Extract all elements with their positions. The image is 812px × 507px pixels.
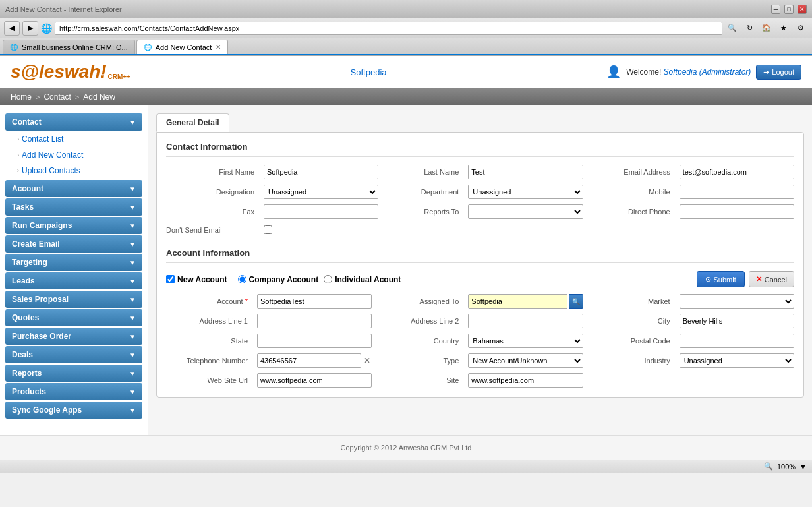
breadcrumb-contact[interactable]: Contact: [44, 92, 71, 102]
favorites-icon[interactable]: ★: [776, 21, 791, 36]
type-select-wrap: New Account/Unknown Prospect Customer: [468, 353, 583, 368]
account-input[interactable]: [257, 294, 372, 309]
sidebar-header-targeting[interactable]: Targeting ▼: [5, 254, 142, 271]
nav-bar: ◀ ▶ 🌐 🔍 ↻ 🏠 ★ ⚙: [0, 18, 812, 38]
close-button[interactable]: ✕: [798, 5, 807, 14]
reports-to-select[interactable]: [468, 204, 583, 219]
postal-code-input[interactable]: [680, 334, 794, 348]
action-buttons: ⊙ Submit ✕ Cancel: [697, 271, 795, 287]
first-name-input[interactable]: [264, 165, 378, 179]
sidebar-item-contact-list[interactable]: › Contact List: [5, 131, 142, 147]
department-select[interactable]: Unassigned Sales Marketing: [468, 185, 583, 199]
telephone-input[interactable]: [257, 353, 361, 368]
website-input[interactable]: [257, 373, 372, 388]
sidebar-header-run-campaigns[interactable]: Run Campaigns ▼: [5, 217, 142, 234]
sidebar-header-contact[interactable]: Contact ▼: [5, 113, 142, 131]
app-header: s@leswah! CRM++ Softpedia 👤 Welcome! Sof…: [0, 56, 812, 88]
sidebar-item-upload-contacts[interactable]: › Upload Contacts: [5, 163, 142, 179]
brand-link[interactable]: Softpedia: [351, 67, 387, 77]
tab-2-close-icon[interactable]: ✕: [216, 44, 221, 51]
sidebar-account-label: Account: [12, 184, 44, 193]
arrow-icon: ›: [17, 152, 19, 158]
back-button[interactable]: ◀: [4, 21, 20, 36]
sidebar-tasks-label: Tasks: [12, 202, 34, 212]
tab-2-label: Add New Contact: [156, 44, 212, 51]
site-label: Site: [377, 376, 463, 384]
sidebar-header-account[interactable]: Account ▼: [5, 180, 142, 197]
address-line1-input[interactable]: [257, 314, 372, 328]
assigned-to-label: Assigned To: [377, 297, 463, 305]
search-nav-icon[interactable]: 🔍: [725, 21, 740, 36]
sidebar-section-account: Account ▼: [5, 180, 142, 197]
address-bar[interactable]: [55, 22, 722, 35]
zoom-dropdown-icon[interactable]: ▼: [799, 463, 807, 471]
sidebar-purchase-order-label: Purchase Order: [12, 332, 71, 341]
sidebar-header-leads[interactable]: Leads ▼: [5, 272, 142, 289]
direct-phone-input[interactable]: [680, 204, 794, 219]
dont-send-email-checkbox[interactable]: [264, 225, 272, 234]
home-icon[interactable]: 🏠: [759, 21, 774, 36]
sidebar-header-quotes[interactable]: Quotes ▼: [5, 309, 142, 326]
sidebar-item-add-new-contact[interactable]: › Add New Contact: [5, 147, 142, 163]
maximize-button[interactable]: □: [784, 5, 794, 14]
breadcrumb-add-new[interactable]: Add New: [83, 92, 115, 102]
logout-button[interactable]: ➜ Logout: [756, 65, 801, 80]
sidebar-header-deals[interactable]: Deals ▼: [5, 346, 142, 363]
tab-2[interactable]: 🌐 Add New Contact ✕: [136, 40, 229, 54]
market-label: Market: [589, 297, 674, 305]
section-divider: [166, 241, 794, 241]
new-account-checkbox[interactable]: [166, 275, 175, 283]
company-account-radio[interactable]: [238, 275, 246, 283]
tools-icon[interactable]: ⚙: [794, 21, 808, 36]
sidebar-targeting-arrow: ▼: [129, 259, 136, 266]
assigned-to-input[interactable]: [468, 294, 567, 309]
type-select[interactable]: New Account/Unknown Prospect Customer: [468, 353, 583, 368]
sidebar-header-create-email[interactable]: Create Email ▼: [5, 235, 142, 253]
contact-info-title: Contact Information: [166, 142, 794, 157]
market-select[interactable]: North America Europe: [680, 294, 794, 309]
fax-input[interactable]: [264, 204, 378, 219]
city-input[interactable]: [680, 314, 794, 328]
industry-select[interactable]: Unassigned Technology Finance: [680, 353, 794, 368]
telephone-clear-button[interactable]: ✕: [362, 356, 372, 365]
tab-1[interactable]: 🌐 Small business Online CRM: O...: [3, 40, 135, 54]
country-select[interactable]: Bahamas United States United Kingdom: [468, 334, 583, 348]
main-panel: Contact Information First Name Last Name…: [156, 132, 804, 398]
sidebar-header-sales-proposal[interactable]: Sales Proposal ▼: [5, 291, 142, 308]
site-input[interactable]: [468, 373, 583, 388]
account-type-radio-group: Company Account Individual Acount: [238, 275, 401, 284]
tab-general-detail[interactable]: General Detail: [156, 113, 229, 132]
sidebar-quotes-label: Quotes: [12, 313, 39, 322]
logo-text: s@leswah!: [11, 61, 107, 82]
breadcrumb-bar: Home > Contact > Add New: [0, 88, 812, 105]
sidebar-products-label: Products: [12, 387, 46, 396]
refresh-icon[interactable]: ↻: [742, 21, 757, 36]
assigned-to-search-button[interactable]: 🔍: [569, 294, 583, 309]
status-bar: 🔍 100% ▼: [0, 460, 812, 473]
sidebar-header-sync-google-apps[interactable]: Sync Google Apps ▼: [5, 402, 142, 419]
last-name-input[interactable]: [468, 165, 583, 179]
sidebar-header-tasks[interactable]: Tasks ▼: [5, 198, 142, 216]
industry-select-wrap: Unassigned Technology Finance: [680, 353, 794, 368]
reports-to-select-wrap: [468, 204, 583, 219]
designation-select[interactable]: Unassigned Manager Director: [264, 185, 378, 199]
sidebar-header-products[interactable]: Products ▼: [5, 383, 142, 400]
address-line2-input[interactable]: [468, 314, 583, 328]
forward-button[interactable]: ▶: [22, 21, 38, 36]
email-input[interactable]: [680, 165, 794, 179]
company-account-label: Company Account: [249, 275, 319, 284]
sidebar-deals-label: Deals: [12, 350, 33, 359]
cancel-button[interactable]: ✕ Cancel: [749, 271, 794, 287]
account-form-grid: Account Assigned To 🔍 Market North Ameri…: [166, 294, 794, 388]
designation-select-wrap: Unassigned Manager Director: [264, 185, 378, 199]
mobile-input[interactable]: [680, 185, 794, 199]
sidebar-header-reports[interactable]: Reports ▼: [5, 365, 142, 382]
sidebar-reports-label: Reports: [12, 369, 42, 378]
account-field-label: Account: [166, 297, 252, 305]
minimize-button[interactable]: ─: [771, 5, 780, 14]
submit-button[interactable]: ⊙ Submit: [697, 271, 745, 287]
individual-account-radio[interactable]: [324, 275, 332, 283]
state-input[interactable]: [257, 334, 372, 348]
breadcrumb-home[interactable]: Home: [11, 92, 32, 102]
sidebar-header-purchase-order[interactable]: Purchase Order ▼: [5, 328, 142, 345]
